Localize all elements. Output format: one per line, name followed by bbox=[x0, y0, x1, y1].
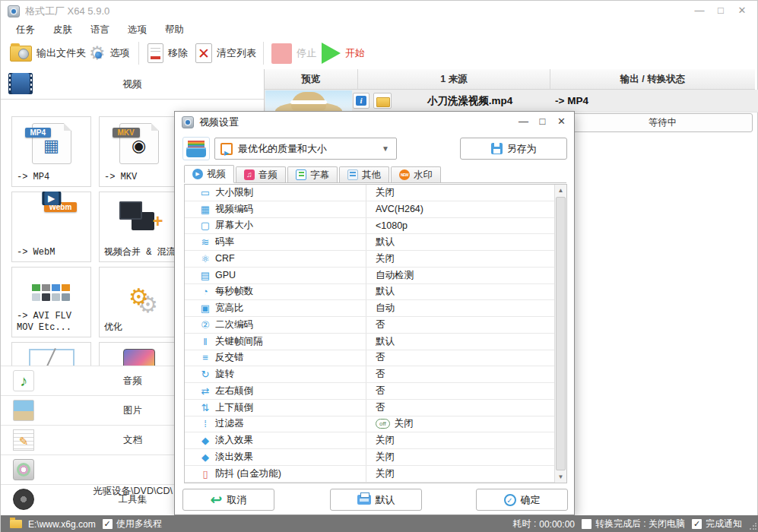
setting-row[interactable]: ↻旋转否 bbox=[185, 366, 555, 383]
format-card[interactable]: -> AVI FLV MOV Etc... bbox=[11, 267, 91, 337]
stop-button[interactable]: 停止 bbox=[271, 37, 316, 69]
start-button[interactable]: 开始 bbox=[322, 37, 365, 69]
multi-icon bbox=[30, 274, 73, 304]
profile-tray-button[interactable] bbox=[182, 137, 210, 160]
minimize-icon[interactable]: — bbox=[689, 1, 710, 22]
setting-label: 左右颠倒 bbox=[215, 385, 253, 397]
column-header-output-status[interactable]: 输出 / 转换状态 bbox=[550, 69, 755, 89]
setting-label: 码率 bbox=[215, 236, 234, 249]
dialog-title-bar[interactable]: 视频设置 — □ ✕ bbox=[175, 112, 574, 133]
setting-row[interactable]: ◆淡入效果关闭 bbox=[185, 432, 555, 449]
tab-3[interactable]: 其他 bbox=[339, 166, 389, 182]
setting-row[interactable]: ⇄左右颠倒否 bbox=[185, 383, 555, 400]
setting-row[interactable]: ⇅上下颠倒否 bbox=[185, 400, 555, 416]
save-as-button[interactable]: 另存为 bbox=[460, 138, 567, 160]
toolbar-divider bbox=[263, 42, 264, 65]
setting-row[interactable]: ▢屏幕大小<1080p bbox=[185, 218, 555, 235]
format-card[interactable]: ⚙优化 bbox=[99, 267, 179, 337]
setting-row[interactable]: ⁞过滤器off关闭 bbox=[185, 416, 555, 433]
setting-label-cell: ↻旋转 bbox=[185, 366, 366, 382]
setting-row[interactable]: ②二次编码否 bbox=[185, 317, 555, 334]
tab-label: 字幕 bbox=[310, 169, 329, 182]
preview-thumbnail bbox=[265, 90, 352, 112]
file-row[interactable]: 小刀洗澡视频.mp4 -> MP4 bbox=[265, 90, 758, 112]
output-path[interactable]: E:\www.x6g.com bbox=[28, 519, 96, 530]
options-button[interactable]: ⚙ 选项 bbox=[89, 37, 130, 69]
video-codec-icon: ▦ bbox=[195, 204, 215, 215]
setting-row[interactable]: ▦视频编码AVC(H264) bbox=[185, 201, 555, 218]
menu-bar: 任务皮肤语言选项帮助 bbox=[7, 22, 193, 37]
tab-2[interactable]: 字幕 bbox=[287, 166, 338, 182]
setting-value-cell: 否 bbox=[366, 350, 555, 366]
scrollbar[interactable]: ▲ ▼ bbox=[554, 185, 566, 483]
column-header-source[interactable]: 1 来源 bbox=[358, 69, 550, 89]
default-button[interactable]: 默认 bbox=[330, 489, 422, 511]
dialog-close-icon[interactable]: ✕ bbox=[552, 112, 571, 133]
setting-row[interactable]: ▤GPU自动检测 bbox=[185, 268, 555, 284]
size-limit-icon: ▭ bbox=[195, 187, 215, 198]
tab-1[interactable]: 音频 bbox=[236, 166, 286, 182]
keyframe-interval-icon: ‖ bbox=[195, 336, 215, 347]
menu-item[interactable]: 语言 bbox=[81, 22, 119, 37]
optimize-icon: ⚙ bbox=[118, 274, 160, 316]
output-folder-button[interactable]: 输出文件夹 bbox=[10, 37, 86, 69]
clear-list-button[interactable]: 清空列表 bbox=[195, 37, 256, 69]
column-header-preview[interactable]: 预览 bbox=[265, 69, 358, 89]
setting-row[interactable]: ⚛CRF关闭 bbox=[185, 251, 555, 268]
cb-notify[interactable]: ✓ bbox=[692, 519, 702, 529]
setting-row[interactable]: ▯防抖 (白金功能)关闭 bbox=[185, 466, 555, 483]
format-card[interactable]: Webm▶-> WebM bbox=[11, 192, 91, 262]
open-folder-button[interactable] bbox=[373, 93, 392, 109]
setting-value-cell: <1080p bbox=[366, 218, 555, 234]
setting-label: 视频编码 bbox=[215, 203, 253, 216]
scroll-down-icon[interactable]: ▼ bbox=[555, 471, 566, 483]
setting-row[interactable]: ▣宽高比自动 bbox=[185, 300, 555, 317]
scrollbar-thumb[interactable] bbox=[556, 197, 566, 470]
main-window: 格式工厂 X64 5.9.0 — □ ✕ 任务皮肤语言选项帮助 输出文件夹 ⚙ … bbox=[0, 0, 758, 532]
watermark-new-icon bbox=[399, 169, 410, 180]
setting-value: 否 bbox=[376, 401, 385, 414]
deinterlace-icon: ≡ bbox=[195, 352, 215, 363]
default-printer-icon bbox=[357, 495, 371, 505]
menu-item[interactable]: 帮助 bbox=[156, 22, 193, 37]
cb-shutdown[interactable] bbox=[582, 519, 591, 529]
maximize-icon[interactable]: □ bbox=[710, 1, 731, 22]
remove-button[interactable]: 移除 bbox=[147, 37, 188, 69]
cb-multithread[interactable]: ✓ bbox=[103, 519, 113, 529]
conversion-status: 等待中 bbox=[572, 113, 753, 132]
setting-value-cell: 默认 bbox=[366, 234, 555, 250]
format-card[interactable]: +视频合并 & 混流 bbox=[99, 192, 179, 262]
format-card-label: 优化 bbox=[104, 322, 122, 334]
stop-icon bbox=[271, 43, 292, 64]
tab-4[interactable]: 水印 bbox=[391, 166, 441, 182]
menu-item[interactable]: 皮肤 bbox=[44, 22, 81, 37]
setting-value: 默认 bbox=[376, 285, 395, 298]
menu-item[interactable]: 任务 bbox=[7, 22, 44, 37]
format-card[interactable]: MP4▦-> MP4 bbox=[11, 116, 91, 187]
app-icon bbox=[8, 5, 20, 17]
info-button[interactable] bbox=[353, 93, 369, 109]
cancel-button[interactable]: ↩ 取消 bbox=[182, 489, 274, 511]
ok-button[interactable]: 确定 bbox=[476, 489, 568, 511]
close-icon[interactable]: ✕ bbox=[731, 1, 753, 22]
setting-value-cell: 关闭 bbox=[366, 432, 555, 448]
format-card[interactable]: MKV◉-> MKV bbox=[99, 116, 179, 187]
scroll-up-icon[interactable]: ▲ bbox=[555, 185, 566, 196]
settings-panel: ▭大小限制关闭▦视频编码AVC(H264)▢屏幕大小<1080p≋码率默认⚛CR… bbox=[184, 184, 567, 483]
setting-row[interactable]: ≡反交错否 bbox=[185, 350, 555, 367]
tab-0[interactable]: 视频 bbox=[184, 165, 234, 183]
menu-item[interactable]: 选项 bbox=[119, 22, 156, 37]
setting-row[interactable]: ◆淡出效果关闭 bbox=[185, 449, 555, 466]
resize-grip[interactable] bbox=[749, 523, 756, 530]
setting-value: 默认 bbox=[376, 335, 395, 348]
quality-profile-dropdown[interactable]: 最优化的质量和大小 ▼ bbox=[214, 138, 397, 160]
setting-label: 旋转 bbox=[215, 368, 234, 381]
setting-row[interactable]: ▭大小限制关闭 bbox=[185, 185, 555, 201]
dialog-minimize-icon[interactable]: — bbox=[514, 112, 533, 133]
setting-row[interactable]: ◔每秒帧数默认 bbox=[185, 284, 555, 301]
setting-row[interactable]: ≋码率默认 bbox=[185, 234, 555, 251]
setting-label-cell: ≋码率 bbox=[185, 234, 366, 250]
setting-row[interactable]: ‖关键帧间隔默认 bbox=[185, 334, 555, 350]
dialog-maximize-icon[interactable]: □ bbox=[533, 112, 552, 133]
sidebar-header-video[interactable]: 视频 bbox=[1, 69, 264, 100]
